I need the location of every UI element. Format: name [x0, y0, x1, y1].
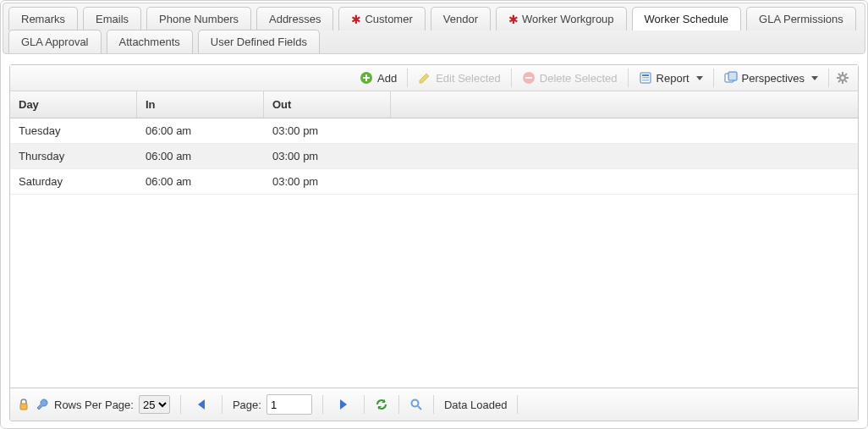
next-page-button[interactable] [333, 395, 354, 414]
toolbar-separator [713, 69, 714, 87]
cell-spacer [391, 144, 858, 168]
tab-row-2: GLA Approval Attachments User Defined Fi… [8, 30, 860, 53]
tab-bar: Remarks Emails Phone Numbers Addresses ✱… [3, 3, 865, 54]
tab-remarks[interactable]: Remarks [8, 7, 78, 30]
arrow-left-icon [198, 399, 205, 410]
tab-label: Worker Workgroup [522, 13, 614, 25]
perspectives-button[interactable]: Perspectives [717, 69, 825, 87]
tab-customer[interactable]: ✱Customer [338, 7, 425, 30]
tab-label: User Defined Fields [211, 36, 307, 48]
svg-rect-8 [642, 80, 649, 81]
add-label: Add [377, 72, 397, 85]
tab-gla-approval[interactable]: GLA Approval [8, 30, 102, 53]
tab-attachments[interactable]: Attachments [107, 30, 193, 53]
tab-vendor[interactable]: Vendor [431, 7, 491, 30]
tab-phone-numbers[interactable]: Phone Numbers [146, 7, 251, 30]
cell-out: 03:00 pm [264, 144, 391, 168]
footer-separator [180, 395, 181, 414]
report-button[interactable]: Report [632, 69, 710, 87]
edit-label: Edit Selected [436, 72, 501, 85]
page-label: Page: [233, 399, 261, 411]
cell-in: 06:00 am [137, 169, 264, 194]
tab-label: Remarks [21, 13, 65, 25]
gear-icon [836, 71, 849, 85]
tab-row-1: Remarks Emails Phone Numbers Addresses ✱… [8, 7, 860, 30]
cell-day: Thursday [10, 144, 137, 168]
svg-line-22 [418, 406, 421, 410]
perspectives-label: Perspectives [742, 72, 805, 85]
tab-addresses[interactable]: Addresses [256, 7, 333, 30]
svg-point-11 [840, 75, 845, 80]
svg-rect-6 [642, 74, 649, 76]
cell-day: Tuesday [10, 118, 137, 143]
column-header-in[interactable]: In [137, 91, 264, 118]
required-icon: ✱ [351, 15, 361, 24]
cell-spacer [391, 169, 858, 194]
delete-label: Delete Selected [540, 72, 618, 85]
toolbar-separator [407, 69, 408, 87]
toolbar-separator [511, 69, 512, 87]
refresh-icon[interactable] [375, 398, 388, 411]
cell-spacer [391, 118, 858, 143]
tab-worker-schedule[interactable]: Worker Schedule [632, 7, 741, 30]
rows-per-page-select[interactable]: 25 [139, 395, 170, 414]
tab-user-defined-fields[interactable]: User Defined Fields [198, 30, 320, 53]
svg-rect-20 [20, 404, 27, 410]
pencil-icon [418, 71, 431, 85]
chevron-down-icon [696, 76, 703, 80]
edit-selected-button: Edit Selected [411, 69, 508, 87]
tab-gla-permissions[interactable]: GLA Permissions [746, 7, 856, 30]
footer-separator [517, 395, 518, 414]
svg-line-16 [838, 74, 840, 75]
tab-worker-workgroup[interactable]: ✱Worker Workgroup [496, 7, 627, 30]
cell-in: 06:00 am [137, 144, 264, 168]
search-icon[interactable] [409, 398, 423, 411]
toolbar-separator [628, 69, 629, 87]
grid-header: Day In Out [10, 91, 858, 118]
svg-line-17 [845, 80, 847, 82]
table-row[interactable]: Tuesday 06:00 am 03:00 pm [10, 118, 858, 144]
column-header-spacer [391, 91, 858, 118]
cell-in: 06:00 am [137, 118, 264, 143]
chevron-down-icon [811, 76, 818, 80]
grid-toolbar: Add Edit Selected Delete Selected [10, 65, 858, 91]
tab-label: Vendor [443, 13, 478, 25]
arrow-right-icon [340, 399, 347, 410]
wrench-icon[interactable] [36, 398, 49, 411]
report-icon [639, 71, 652, 85]
tab-label: GLA Permissions [759, 13, 843, 25]
tab-label: Worker Schedule [645, 13, 728, 25]
content-panel: Add Edit Selected Delete Selected [9, 64, 859, 421]
delete-selected-button: Delete Selected [515, 69, 624, 87]
tab-label: Addresses [269, 13, 321, 25]
table-row[interactable]: Thursday 06:00 am 03:00 pm [10, 144, 858, 169]
page-input[interactable] [266, 394, 312, 415]
rows-per-page-label: Rows Per Page: [54, 399, 134, 411]
footer-separator [322, 395, 323, 414]
toolbar-separator [828, 69, 829, 87]
table-row[interactable]: Saturday 06:00 am 03:00 pm [10, 169, 858, 195]
column-header-out[interactable]: Out [264, 91, 391, 118]
tab-emails[interactable]: Emails [83, 7, 141, 30]
footer-separator [222, 395, 222, 414]
cell-out: 03:00 pm [264, 169, 391, 194]
delete-icon [522, 71, 536, 85]
prev-page-button[interactable] [191, 395, 212, 414]
column-header-day[interactable]: Day [10, 91, 137, 118]
tab-label: Phone Numbers [159, 13, 239, 25]
add-button[interactable]: Add [353, 69, 404, 87]
svg-rect-7 [642, 77, 649, 79]
grid-body: Tuesday 06:00 am 03:00 pm Thursday 06:00… [10, 118, 858, 388]
add-icon [360, 71, 373, 85]
svg-point-21 [411, 400, 418, 407]
cell-out: 03:00 pm [264, 118, 391, 143]
cell-day: Saturday [10, 169, 137, 194]
footer-separator [398, 395, 399, 414]
svg-rect-2 [363, 77, 370, 79]
tab-label: Emails [96, 13, 129, 25]
paging-bar: Rows Per Page: 25 Page: Data Loaded [10, 388, 858, 421]
lock-icon[interactable] [17, 398, 30, 411]
footer-separator [433, 395, 434, 414]
svg-rect-10 [728, 72, 737, 80]
settings-button[interactable] [832, 69, 853, 87]
